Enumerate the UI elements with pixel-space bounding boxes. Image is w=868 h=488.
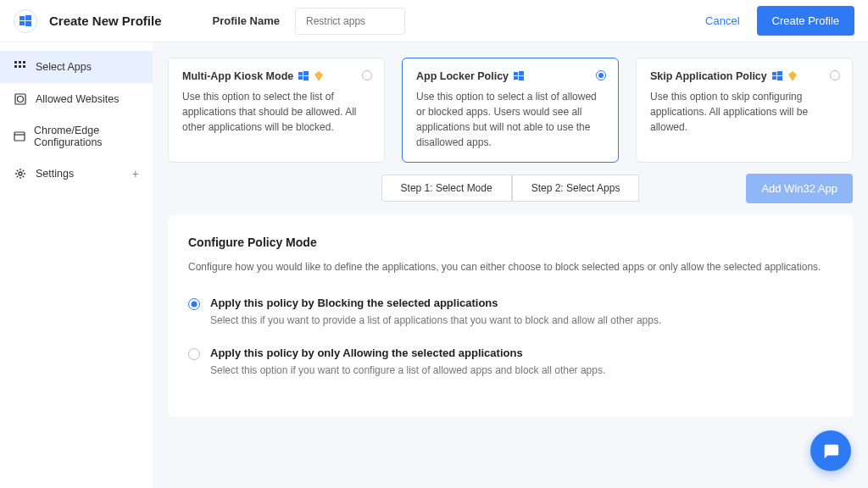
card-desc: Use this option to select a list of allo… bbox=[416, 89, 604, 150]
sidebar: Select Apps Allowed Websites Chrome/Edge… bbox=[0, 42, 153, 488]
svg-rect-3 bbox=[25, 21, 31, 26]
card-radio[interactable] bbox=[830, 70, 840, 80]
tab-step2[interactable]: Step 2: Select Apps bbox=[512, 175, 640, 202]
panel-title: Configure Policy Mode bbox=[188, 236, 832, 249]
sidebar-item-chrome-edge[interactable]: Chrome/Edge Configurations bbox=[0, 115, 153, 158]
svg-rect-21 bbox=[514, 76, 518, 80]
panel-desc: Configure how you would like to define t… bbox=[188, 261, 832, 273]
svg-rect-7 bbox=[14, 65, 17, 68]
kite-icon bbox=[314, 71, 324, 81]
option-desc: Select this if you want to provide a lis… bbox=[210, 314, 832, 326]
card-desc: Use this option to skip configuring appl… bbox=[650, 89, 838, 135]
svg-rect-19 bbox=[514, 72, 518, 75]
windows-icon bbox=[514, 71, 524, 81]
option-radio-allow[interactable] bbox=[188, 348, 200, 360]
svg-rect-25 bbox=[772, 76, 776, 80]
profile-name-label: Profile Name bbox=[213, 14, 280, 27]
svg-rect-10 bbox=[15, 94, 25, 104]
card-app-locker[interactable]: App Locker Policy Use this option to sel… bbox=[402, 58, 619, 163]
svg-rect-0 bbox=[19, 16, 25, 20]
globe-icon bbox=[14, 92, 27, 106]
sidebar-item-label: Settings bbox=[36, 168, 74, 180]
svg-rect-23 bbox=[772, 72, 776, 75]
svg-rect-24 bbox=[777, 71, 782, 75]
profile-name-input[interactable] bbox=[295, 8, 405, 35]
sidebar-item-label: Allowed Websites bbox=[36, 93, 119, 105]
svg-point-11 bbox=[18, 97, 24, 103]
add-win32-app-button[interactable]: Add Win32 App bbox=[746, 174, 853, 203]
card-radio[interactable] bbox=[362, 70, 372, 80]
svg-rect-2 bbox=[19, 21, 25, 25]
grid-icon bbox=[14, 60, 27, 74]
gear-icon bbox=[14, 167, 27, 180]
svg-rect-5 bbox=[19, 61, 21, 64]
header: Create New Profile Profile Name Cancel C… bbox=[0, 0, 868, 42]
svg-rect-20 bbox=[519, 71, 524, 75]
option-title: Apply this policy by Blocking the select… bbox=[210, 297, 832, 309]
option-desc: Select this option if you want to config… bbox=[210, 364, 832, 376]
chat-fab[interactable] bbox=[810, 430, 851, 471]
svg-rect-22 bbox=[519, 76, 524, 80]
option-title: Apply this policy by only Allowing the s… bbox=[210, 347, 832, 359]
page-title: Create New Profile bbox=[49, 14, 162, 28]
cancel-button[interactable]: Cancel bbox=[705, 14, 739, 27]
option-radio-block[interactable] bbox=[188, 298, 200, 310]
card-multi-app-kiosk[interactable]: Multi-App Kiosk Mode Use this option to … bbox=[168, 58, 385, 163]
sidebar-item-settings[interactable]: Settings + bbox=[0, 158, 153, 190]
svg-rect-4 bbox=[14, 61, 17, 64]
card-desc: Use this option to select the list of ap… bbox=[182, 89, 370, 135]
svg-rect-18 bbox=[303, 76, 309, 80]
svg-rect-6 bbox=[23, 61, 25, 64]
svg-rect-16 bbox=[303, 71, 309, 75]
sidebar-item-label: Select Apps bbox=[36, 61, 92, 73]
option-allow: Apply this policy by only Allowing the s… bbox=[188, 347, 832, 376]
svg-rect-17 bbox=[298, 76, 303, 80]
card-title-text: Skip Application Policy bbox=[650, 70, 767, 82]
svg-rect-8 bbox=[19, 65, 21, 68]
svg-rect-1 bbox=[25, 15, 31, 20]
svg-rect-26 bbox=[777, 76, 782, 80]
create-profile-button[interactable]: Create Profile bbox=[757, 6, 854, 36]
configure-panel: Configure Policy Mode Configure how you … bbox=[168, 215, 853, 417]
windows-icon bbox=[298, 71, 309, 81]
logo-icon bbox=[14, 9, 37, 33]
sidebar-item-select-apps[interactable]: Select Apps bbox=[0, 51, 153, 83]
main-content: Multi-App Kiosk Mode Use this option to … bbox=[153, 42, 868, 488]
browser-icon bbox=[14, 130, 25, 143]
svg-rect-9 bbox=[23, 65, 25, 68]
sidebar-item-label: Chrome/Edge Configurations bbox=[34, 125, 139, 148]
svg-rect-12 bbox=[14, 132, 25, 141]
card-title-text: Multi-App Kiosk Mode bbox=[182, 70, 293, 82]
card-radio[interactable] bbox=[596, 70, 606, 80]
card-title-text: App Locker Policy bbox=[416, 70, 509, 82]
option-block: Apply this policy by Blocking the select… bbox=[188, 297, 832, 326]
kite-icon bbox=[787, 71, 798, 81]
svg-point-14 bbox=[19, 172, 22, 175]
plus-icon[interactable]: + bbox=[132, 167, 139, 180]
chat-icon bbox=[821, 441, 840, 460]
svg-rect-15 bbox=[298, 72, 303, 75]
windows-icon bbox=[772, 71, 782, 81]
sidebar-item-allowed-websites[interactable]: Allowed Websites bbox=[0, 83, 153, 115]
card-skip-policy[interactable]: Skip Application Policy Use this option … bbox=[636, 58, 853, 163]
tab-step1[interactable]: Step 1: Select Mode bbox=[381, 175, 512, 202]
